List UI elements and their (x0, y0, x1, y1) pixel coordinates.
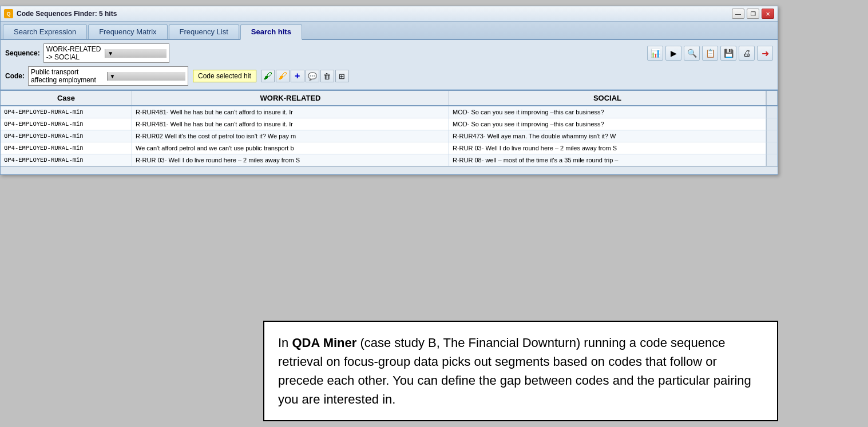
zoom-icon: 🔍 (687, 49, 697, 58)
toolbar-print-button[interactable]: 🖨 (739, 46, 755, 61)
table-row[interactable]: GP4-EMPLOYED-RURAL-min R-RUR481- Well he… (1, 106, 778, 118)
toolbar-analyze-button[interactable]: 📊 (647, 46, 663, 61)
exit-icon: ➜ (762, 48, 769, 59)
add-icon: + (295, 71, 300, 81)
table-area: Case WORK-RELATED SOCIAL GP4-EMPLOYED-RU… (1, 90, 778, 174)
save-icon: 💾 (724, 49, 734, 58)
code-row: Code: Public transport affecting employm… (5, 66, 773, 86)
annotation-bold-text: QDA Miner (292, 336, 356, 350)
tab-frequency-list[interactable]: Frequency List (169, 24, 239, 39)
tab-frequency-matrix[interactable]: Frequency Matrix (88, 24, 167, 39)
td-scroll (766, 118, 778, 130)
title-bar: Q Code Sequences Finder: 5 hits — ❐ ✕ (1, 6, 778, 22)
toolbar-exit-button[interactable]: ➜ (757, 46, 773, 61)
sequence-row: Sequence: WORK-RELATED -> SOCIAL ▼ 📊 ▶ 🔍… (5, 43, 773, 63)
toolbar-arrow-button[interactable]: ▶ (665, 46, 681, 61)
toolbar-save-button[interactable]: 💾 (720, 46, 736, 61)
td-scroll (766, 106, 778, 118)
td-social: MOD- So can you see it improving –this c… (449, 118, 766, 130)
table-row[interactable]: GP4-EMPLOYED-RURAL-min R-RUR 03- Well I … (1, 154, 778, 166)
td-work-related: R-RUR481- Well he has but he can't affor… (132, 118, 449, 130)
td-case: GP4-EMPLOYED-RURAL-min (1, 118, 132, 130)
tab-search-expression[interactable]: Search Expression (3, 24, 87, 39)
grid-icon: ⊞ (339, 72, 345, 81)
td-scroll (766, 130, 778, 142)
code-comment-button[interactable]: 💬 (306, 70, 319, 82)
print-icon: 🖨 (743, 49, 751, 58)
close-button[interactable]: ✕ (762, 9, 774, 19)
code-grid-button[interactable]: ⊞ (335, 70, 349, 82)
td-work-related: R-RUR 03- Well I do live round here – 2 … (132, 154, 449, 166)
main-window: Q Code Sequences Finder: 5 hits — ❐ ✕ Se… (0, 6, 778, 175)
col-header-case: Case (1, 91, 132, 105)
code-green-icon: 🖌 (263, 71, 272, 81)
tooltip-text: Code selected hit (198, 72, 251, 80)
restore-button[interactable]: ❐ (747, 9, 759, 19)
toolbar-icons-right: 📊 ▶ 🔍 📋 💾 🖨 ➜ (647, 46, 773, 61)
sequence-dropdown-arrow[interactable]: ▼ (105, 49, 167, 58)
col-header-work-related: WORK-RELATED (132, 91, 449, 105)
copy-icon: 📋 (706, 49, 715, 58)
annotation-box: In QDA Miner (case study B, The Financia… (263, 321, 778, 421)
delete-icon: 🗑 (323, 72, 331, 81)
td-scroll (766, 142, 778, 154)
table-row[interactable]: GP4-EMPLOYED-RURAL-min R-RUR481- Well he… (1, 118, 778, 130)
code-toolbar: Code selected hit 🖌 🖌 + 💬 (193, 70, 349, 82)
analyze-icon: 📊 (651, 49, 660, 58)
code-label: Code: (5, 72, 25, 80)
table-body: GP4-EMPLOYED-RURAL-min R-RUR481- Well he… (1, 106, 778, 166)
td-scroll (766, 154, 778, 166)
annotation-text-before: In (278, 336, 292, 350)
col-header-scroll (766, 91, 778, 105)
sequence-dropdown[interactable]: WORK-RELATED -> SOCIAL ▼ (43, 43, 169, 63)
td-social: R-RUR 03- Well I do live round here – 2 … (449, 142, 766, 154)
toolbar-zoom-button[interactable]: 🔍 (684, 46, 700, 61)
td-work-related: R-RUR481- Well he has but he can't affor… (132, 106, 449, 118)
td-work-related: We can't afford petrol and we can't use … (132, 142, 449, 154)
horizontal-scrollbar[interactable] (1, 166, 778, 174)
app-icon: Q (4, 9, 13, 18)
window-title: Code Sequences Finder: 5 hits (17, 10, 117, 18)
tab-bar: Search Expression Frequency Matrix Frequ… (1, 22, 778, 40)
code-delete-button[interactable]: 🗑 (320, 70, 334, 82)
td-case: GP4-EMPLOYED-RURAL-min (1, 106, 132, 118)
td-case: GP4-EMPLOYED-RURAL-min (1, 154, 132, 166)
code-orange-icon-button[interactable]: 🖌 (276, 70, 290, 82)
title-buttons: — ❐ ✕ (732, 9, 774, 19)
table-header: Case WORK-RELATED SOCIAL (1, 91, 778, 106)
table-row[interactable]: GP4-EMPLOYED-RURAL-min We can't afford p… (1, 142, 778, 154)
code-icons: 🖌 🖌 + 💬 🗑 ⊞ (261, 70, 349, 82)
code-add-button[interactable]: + (291, 70, 304, 82)
td-social: R-RUR473- Well aye man. The double whamm… (449, 130, 766, 142)
table-row[interactable]: GP4-EMPLOYED-RURAL-min R-RUR02 Well it's… (1, 130, 778, 142)
code-dropdown[interactable]: Public transport affecting employment ▼ (28, 66, 188, 86)
td-work-related: R-RUR02 Well it's the cost of petrol too… (132, 130, 449, 142)
minimize-button[interactable]: — (732, 9, 744, 19)
code-dropdown-arrow[interactable]: ▼ (107, 72, 186, 81)
code-green-icon-button[interactable]: 🖌 (261, 70, 275, 82)
toolbar-area: Sequence: WORK-RELATED -> SOCIAL ▼ 📊 ▶ 🔍… (1, 40, 778, 90)
td-social: R-RUR 08- well – most of the time it's a… (449, 154, 766, 166)
td-case: GP4-EMPLOYED-RURAL-min (1, 130, 132, 142)
td-case: GP4-EMPLOYED-RURAL-min (1, 142, 132, 154)
toolbar-copy-button[interactable]: 📋 (702, 46, 718, 61)
comment-icon: 💬 (308, 72, 317, 81)
title-bar-left: Q Code Sequences Finder: 5 hits (4, 9, 117, 18)
arrow-icon: ▶ (671, 49, 677, 58)
code-orange-icon: 🖌 (278, 71, 287, 81)
sequence-label: Sequence: (5, 49, 40, 57)
td-social: MOD- So can you see it improving –this c… (449, 106, 766, 118)
tooltip-box: Code selected hit (193, 70, 256, 82)
tab-search-hits[interactable]: Search hits (240, 24, 302, 40)
col-header-social: SOCIAL (449, 91, 766, 105)
